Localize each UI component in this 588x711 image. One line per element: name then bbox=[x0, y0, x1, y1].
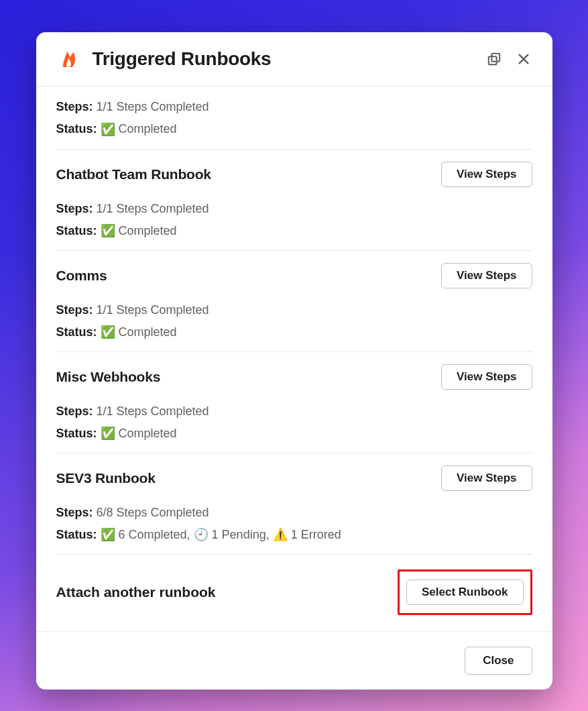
attach-runbook-row: Attach another runbook Select Runbook bbox=[56, 555, 532, 631]
triggered-runbooks-modal: Triggered Runbooks Steps: 1/1 Steps Comp… bbox=[36, 32, 552, 690]
open-external-icon[interactable] bbox=[485, 50, 503, 68]
steps-value: 1/1 Steps Completed bbox=[97, 404, 209, 418]
view-steps-button[interactable]: View Steps bbox=[441, 162, 532, 187]
status-line: Status: ✅ Completed bbox=[56, 119, 532, 140]
status-line: Status: ✅ Completed bbox=[56, 221, 532, 241]
runbook-title: Comms bbox=[56, 268, 107, 284]
steps-label: Steps: bbox=[56, 303, 93, 317]
runbook-item: Chatbot Team Runbook View Steps Steps: 1… bbox=[56, 150, 532, 251]
status-value: Completed bbox=[119, 122, 177, 135]
steps-line: Steps: 1/1 Steps Completed bbox=[56, 97, 532, 117]
steps-line: Steps: 6/8 Steps Completed bbox=[56, 503, 532, 523]
modal-title: Triggered Runbooks bbox=[93, 48, 473, 70]
status-value: ✅ 6 Completed, 🕘 1 Pending, ⚠️ 1 Errored bbox=[101, 528, 341, 541]
steps-line: Steps: 1/1 Steps Completed bbox=[56, 402, 532, 421]
header-actions bbox=[485, 50, 532, 68]
firehydrant-logo-icon bbox=[56, 47, 80, 71]
view-steps-button[interactable]: View Steps bbox=[441, 364, 532, 390]
status-label: Status: bbox=[56, 224, 97, 237]
status-line: Status: ✅ 6 Completed, 🕘 1 Pending, ⚠️ 1… bbox=[56, 525, 532, 545]
svg-rect-0 bbox=[491, 54, 499, 62]
steps-label: Steps: bbox=[56, 100, 93, 113]
steps-line: Steps: 1/1 Steps Completed bbox=[56, 199, 532, 219]
status-label: Status: bbox=[56, 325, 97, 339]
runbook-item: Comms View Steps Steps: 1/1 Steps Comple… bbox=[56, 251, 532, 352]
modal-header: Triggered Runbooks bbox=[36, 32, 552, 87]
runbook-title: SEV3 Runbook bbox=[56, 470, 156, 486]
runbook-title: Misc Webhooks bbox=[56, 369, 161, 385]
runbook-partial-top: Steps: 1/1 Steps Completed Status: ✅ Com… bbox=[56, 87, 532, 150]
view-steps-button[interactable]: View Steps bbox=[441, 263, 532, 288]
status-line: Status: ✅ Completed bbox=[56, 424, 532, 443]
svg-rect-1 bbox=[488, 56, 496, 64]
steps-line: Steps: 1/1 Steps Completed bbox=[56, 300, 532, 320]
steps-label: Steps: bbox=[56, 202, 93, 215]
runbook-title: Chatbot Team Runbook bbox=[56, 166, 211, 182]
steps-value: 6/8 Steps Completed bbox=[97, 506, 209, 519]
steps-label: Steps: bbox=[56, 506, 93, 519]
attach-title: Attach another runbook bbox=[56, 584, 216, 600]
view-steps-button[interactable]: View Steps bbox=[441, 466, 532, 491]
status-value: ✅ Completed bbox=[101, 325, 177, 339]
status-label: Status: bbox=[56, 427, 97, 440]
runbook-item: SEV3 Runbook View Steps Steps: 6/8 Steps… bbox=[56, 453, 532, 555]
steps-value: 1/1 Steps Completed bbox=[97, 303, 209, 317]
check-icon: ✅ bbox=[101, 123, 115, 136]
steps-label: Steps: bbox=[56, 404, 93, 418]
status-line: Status: ✅ Completed bbox=[56, 323, 532, 342]
status-value: ✅ Completed bbox=[101, 427, 177, 440]
status-label: Status: bbox=[56, 122, 97, 135]
runbook-item: Misc Webhooks View Steps Steps: 1/1 Step… bbox=[56, 352, 532, 453]
close-button[interactable]: Close bbox=[465, 647, 532, 675]
select-runbook-button[interactable]: Select Runbook bbox=[406, 580, 523, 605]
modal-footer: Close bbox=[36, 631, 552, 690]
status-value: ✅ Completed bbox=[101, 224, 177, 237]
close-icon[interactable] bbox=[515, 50, 532, 68]
steps-value: 1/1 Steps Completed bbox=[97, 100, 209, 113]
modal-body: Steps: 1/1 Steps Completed Status: ✅ Com… bbox=[36, 87, 552, 631]
annotation-highlight: Select Runbook bbox=[398, 569, 532, 615]
steps-value: 1/1 Steps Completed bbox=[97, 202, 209, 215]
status-label: Status: bbox=[56, 528, 97, 541]
